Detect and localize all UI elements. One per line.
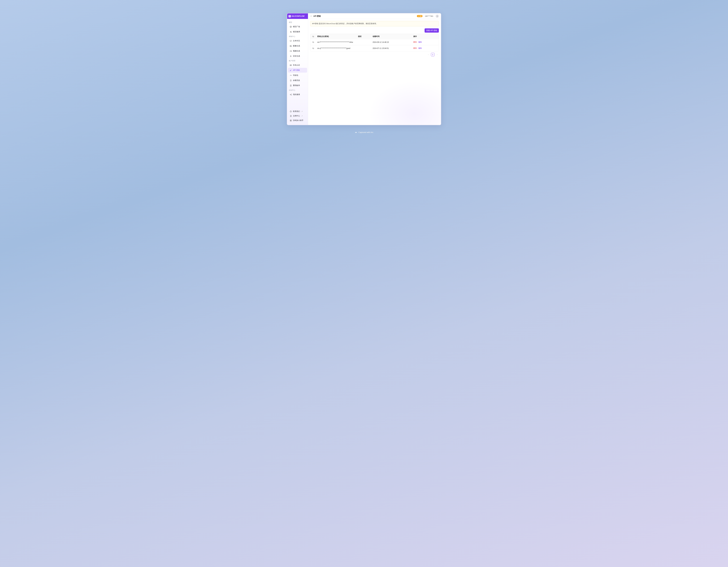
key-icon bbox=[290, 69, 292, 71]
footer-link-label: 文档中心 bbox=[293, 115, 300, 117]
sidebar-item-model-finetune[interactable]: 模型微调 bbox=[288, 29, 307, 34]
external-link-icon: ↗ bbox=[301, 115, 303, 117]
cell-key[interactable]: sk-q************************************… bbox=[316, 47, 357, 49]
logo-mark-icon: S bbox=[289, 15, 291, 17]
svg-point-0 bbox=[291, 31, 291, 31]
delete-link[interactable]: 删除 bbox=[413, 41, 417, 43]
sidebar-item-label: 实名认证 bbox=[293, 64, 300, 66]
pager-page-1[interactable]: 1 bbox=[431, 53, 434, 56]
footer-link-label: 扫码加小助手 bbox=[293, 119, 303, 122]
sidebar-item-my-invite[interactable]: 我的邀请 bbox=[288, 92, 307, 97]
sidebar-item-model-plaza[interactable]: 模型广场 bbox=[288, 24, 307, 29]
sidebar-item-voice-gen[interactable]: 语音生成 bbox=[288, 54, 307, 59]
user-phone: 188*****801 bbox=[425, 15, 433, 17]
svg-point-1 bbox=[290, 32, 291, 32]
nav-section-account: 账户管理 bbox=[287, 59, 308, 62]
sidebar-item-label: 模型微调 bbox=[293, 31, 300, 33]
svg-rect-8 bbox=[290, 65, 292, 66]
logo-bar: S SILICONFLOW bbox=[287, 13, 308, 19]
sidebar-item-api-keys[interactable]: API 密钥 bbox=[288, 68, 307, 73]
topbar: API 密钥 ✔ L0 188*****801 bbox=[308, 13, 441, 19]
footer-link-contact[interactable]: 联系我们 ↗ bbox=[288, 109, 307, 114]
col-desc: 描述 bbox=[357, 35, 371, 38]
cube-icon bbox=[290, 26, 292, 28]
sidebar-item-label: 费用账单 bbox=[293, 84, 300, 87]
edit-link[interactable]: 编辑 bbox=[418, 47, 422, 50]
cell-key[interactable]: sk-f************************************… bbox=[316, 41, 357, 43]
sidebar-item-image-gen[interactable]: 图像生成 bbox=[288, 44, 307, 48]
pager-prev-button[interactable] bbox=[427, 53, 430, 56]
sidebar-item-label: 图像生成 bbox=[293, 45, 300, 47]
svg-point-19 bbox=[437, 16, 438, 16]
sidebar-footer: 联系我们 ↗ 文档中心 ↗ 扫码加小助手 bbox=[287, 108, 308, 125]
avatar[interactable] bbox=[436, 15, 439, 18]
svg-rect-6 bbox=[290, 51, 291, 52]
edit-link[interactable]: 编辑 bbox=[418, 41, 422, 43]
captured-label: Captured with Arc bbox=[358, 131, 373, 134]
col-created: 创建时间 bbox=[371, 35, 412, 38]
cell-created: 2024-07-11 15:04:51 bbox=[371, 47, 412, 49]
brand-name: SILICONFLOW bbox=[291, 15, 305, 17]
sidebar-item-label: 模型广场 bbox=[293, 25, 300, 28]
sidebar-item-text-chat[interactable]: 文本对话 bbox=[288, 38, 307, 43]
table-row: sk-f************************************… bbox=[310, 39, 439, 45]
col-key: 密钥(点击复制) bbox=[316, 35, 357, 38]
app-window: S SILICONFLOW 模型 模型广场 模型微调 体验中心 文本对话 图像生… bbox=[287, 13, 441, 125]
image-icon bbox=[290, 45, 292, 47]
svg-rect-17 bbox=[291, 120, 291, 120]
footer-link-docs[interactable]: 文档中心 ↗ bbox=[288, 114, 307, 118]
help-circle-icon bbox=[290, 111, 292, 113]
svg-point-9 bbox=[290, 65, 291, 65]
sidebar-item-label: 余额充值 bbox=[293, 79, 300, 82]
cell-ops: 删除 编辑 bbox=[412, 41, 439, 43]
sidebar-item-label: 文本对话 bbox=[293, 40, 300, 42]
sidebar-item-billing[interactable]: 费用账单 bbox=[288, 83, 307, 88]
nav-section-models: 模型 bbox=[287, 20, 308, 24]
sidebar-collapse-icon[interactable] bbox=[310, 15, 312, 17]
main-panel: API 密钥 ✔ L0 188*****801 API密钥 是您访问 Silic… bbox=[308, 13, 441, 125]
sidebar-item-realname[interactable]: 实名认证 bbox=[288, 63, 307, 68]
level-badge[interactable]: ✔ L0 bbox=[417, 15, 423, 17]
table-row: sk-q************************************… bbox=[310, 45, 439, 51]
cell-created: 2024-09-12 14:46:15 bbox=[371, 41, 412, 43]
nav-section-activity: 活动中心 bbox=[287, 88, 308, 92]
new-api-key-button[interactable]: 新建 API 密钥 bbox=[425, 28, 439, 33]
sidebar-item-label: 等级包 bbox=[293, 74, 298, 77]
receipt-icon bbox=[290, 85, 292, 87]
pagination: 1 bbox=[310, 53, 439, 56]
arc-logo-icon bbox=[355, 131, 357, 134]
sidebar-item-label: API 密钥 bbox=[293, 69, 300, 71]
toolbar-row: 新建 API 密钥 bbox=[310, 28, 439, 33]
eye-off-icon[interactable] bbox=[310, 47, 316, 49]
id-card-icon bbox=[290, 64, 292, 66]
footer-link-qr[interactable]: 扫码加小助手 bbox=[288, 118, 307, 123]
table-header: 密钥(点击复制) 描述 创建时间 操作 bbox=[310, 34, 439, 39]
content-area: API密钥 是您访问 SiliconCloud 接口的凭证，具有该账户的完整权限… bbox=[308, 19, 441, 125]
svg-rect-3 bbox=[290, 40, 292, 41]
eye-off-icon[interactable] bbox=[310, 41, 316, 43]
sidebar-item-recharge[interactable]: 余额充值 bbox=[288, 78, 307, 83]
sidebar-item-label: 视频生成 bbox=[293, 50, 300, 52]
sidebar-item-tier-pack[interactable]: 等级包 bbox=[288, 73, 307, 78]
eye-off-header-icon[interactable] bbox=[310, 36, 316, 38]
mic-icon bbox=[290, 55, 292, 57]
col-ops: 操作 bbox=[412, 35, 439, 38]
external-link-icon: ↗ bbox=[301, 111, 303, 112]
cell-ops: 删除 编辑 bbox=[412, 47, 439, 50]
captured-watermark: Captured with Arc bbox=[355, 131, 373, 134]
sidebar: S SILICONFLOW 模型 模型广场 模型微调 体验中心 文本对话 图像生… bbox=[287, 13, 308, 125]
notice-banner: API密钥 是您访问 SiliconCloud 接口的凭证，具有该账户的完整权限… bbox=[310, 21, 439, 26]
sidebar-item-video-gen[interactable]: 视频生成 bbox=[288, 49, 307, 53]
qr-icon bbox=[290, 120, 292, 122]
delete-link[interactable]: 删除 bbox=[413, 47, 417, 50]
svg-rect-18 bbox=[290, 121, 291, 121]
nav-section-experience: 体验中心 bbox=[287, 35, 308, 38]
video-icon bbox=[290, 50, 292, 52]
pager-next-button[interactable] bbox=[435, 53, 439, 56]
footer-link-label: 联系我们 bbox=[293, 110, 300, 113]
svg-rect-7 bbox=[290, 55, 291, 56]
svg-rect-16 bbox=[290, 120, 291, 120]
level-badge-label: L0 bbox=[420, 15, 421, 17]
file-text-icon bbox=[290, 115, 292, 117]
chat-icon bbox=[290, 40, 292, 42]
